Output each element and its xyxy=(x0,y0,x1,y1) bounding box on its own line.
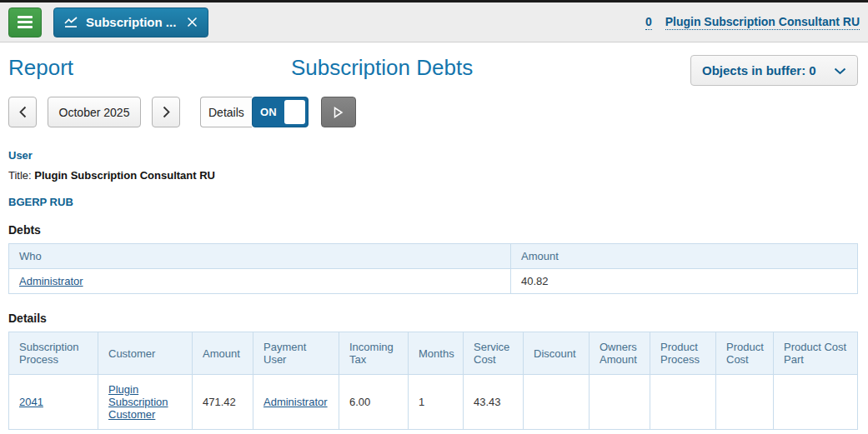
payment-user-link[interactable]: Administrator xyxy=(263,396,328,408)
details-row: 2041 Plugin Subscription Customer 471.42… xyxy=(9,375,858,430)
buffer-count-link[interactable]: 0 xyxy=(645,15,652,30)
debts-heading: Debts xyxy=(8,223,860,237)
top-bar: Subscription ... 0 Plugin Subscription C… xyxy=(0,0,868,42)
incoming-tax-value: 6.00 xyxy=(339,375,409,430)
details-col-product-cost-part: Product Cost Part xyxy=(774,332,858,375)
debts-table: Who Amount Administrator 40.82 xyxy=(8,243,858,294)
details-col-service-cost: Service Cost xyxy=(464,332,524,375)
customer-link[interactable]: Plugin Subscription Customer xyxy=(108,383,168,421)
subscription-process-link[interactable]: 2041 xyxy=(19,396,43,408)
chevron-right-icon xyxy=(163,106,170,118)
title-label: Title: xyxy=(8,169,32,182)
details-col-discount: Discount xyxy=(524,332,590,375)
topbar-right: 0 Plugin Subscription Consultant RU xyxy=(645,15,860,30)
user-title-line: Title: Plugin Subscription Consultant RU xyxy=(8,169,860,182)
details-toggle-label: Details xyxy=(200,97,252,127)
toggle-knob xyxy=(284,100,305,124)
details-col-subscription-process: Subscription Process xyxy=(9,332,98,375)
chevron-down-icon xyxy=(834,63,846,78)
buffer-button-label: Objects in buffer: 0 xyxy=(702,63,816,77)
user-section-heading: User xyxy=(8,149,860,162)
hamburger-icon xyxy=(18,16,33,18)
details-header-row: Subscription Process Customer Amount Pay… xyxy=(9,332,858,375)
chevron-left-icon xyxy=(19,106,27,118)
title-value: Plugin Subscription Consultant RU xyxy=(34,169,215,182)
objects-in-buffer-button[interactable]: Objects in buffer: 0 xyxy=(690,55,858,86)
details-toggle-group: Details ON xyxy=(200,97,309,127)
debts-header-row: Who Amount xyxy=(9,244,858,269)
report-title: Subscription Debts xyxy=(73,55,690,81)
debts-amount-value: 40.82 xyxy=(511,269,858,294)
details-amount-value: 471.42 xyxy=(193,375,253,430)
tab-subscription-report[interactable]: Subscription ... xyxy=(53,7,208,37)
tab-close-icon[interactable] xyxy=(187,17,198,27)
owners-amount-value xyxy=(590,375,650,430)
details-col-product-process: Product Process xyxy=(650,332,716,375)
tab-label: Subscription ... xyxy=(86,15,176,29)
details-table: Subscription Process Customer Amount Pay… xyxy=(8,332,858,430)
details-col-customer: Customer xyxy=(98,332,193,375)
details-col-incoming-tax: Incoming Tax xyxy=(339,332,409,375)
period-button[interactable]: October 2025 xyxy=(48,97,141,127)
debts-col-amount: Amount xyxy=(511,244,858,269)
previous-month-button[interactable] xyxy=(8,97,37,127)
toggle-state-text: ON xyxy=(253,106,284,118)
details-col-amount: Amount xyxy=(193,332,253,375)
page-title: Report xyxy=(8,55,73,81)
product-process-value xyxy=(650,375,716,430)
discount-value xyxy=(524,375,590,430)
toolbar: October 2025 Details ON xyxy=(8,97,860,127)
debts-row: Administrator 40.82 xyxy=(9,269,858,294)
next-month-button[interactable] xyxy=(152,97,180,127)
play-icon xyxy=(334,107,344,118)
hamburger-menu-button[interactable] xyxy=(8,7,42,37)
months-value: 1 xyxy=(409,375,464,430)
product-cost-part-value xyxy=(774,375,858,430)
details-col-payment-user: Payment User xyxy=(253,332,339,375)
header-row: Report Subscription Debts Objects in buf… xyxy=(8,55,858,86)
details-col-owners-amount: Owners Amount xyxy=(590,332,650,375)
account-heading: BGERP RUB xyxy=(8,196,860,208)
debts-col-who: Who xyxy=(9,244,511,269)
details-toggle-switch[interactable]: ON xyxy=(252,97,309,127)
trend-chart-icon xyxy=(64,17,78,27)
current-user-link[interactable]: Plugin Subscription Consultant RU xyxy=(665,15,860,30)
details-col-months: Months xyxy=(409,332,464,375)
run-report-button[interactable] xyxy=(321,97,356,127)
product-cost-value xyxy=(716,375,774,430)
service-cost-value: 43.43 xyxy=(464,375,524,430)
debts-who-link[interactable]: Administrator xyxy=(19,275,83,287)
details-heading: Details xyxy=(8,312,860,325)
details-col-product-cost: Product Cost xyxy=(716,332,774,375)
